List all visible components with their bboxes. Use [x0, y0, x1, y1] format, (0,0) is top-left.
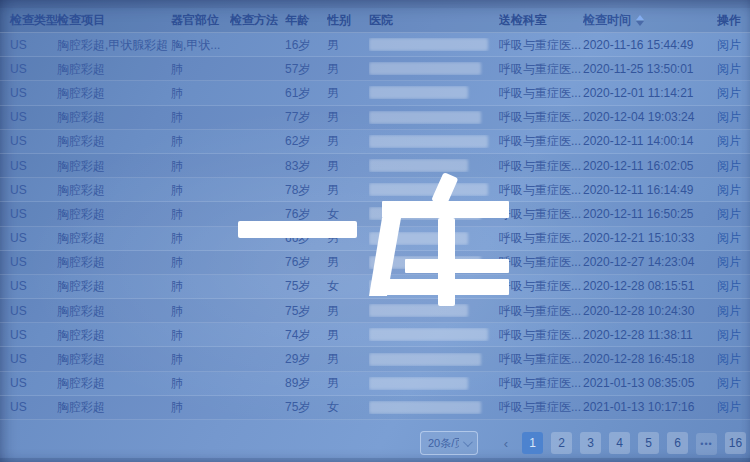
cell-gender: 男: [327, 154, 369, 178]
table-row: US胸腔彩超肺66岁男呼吸与重症医...2020-12-21 15:10:33阅…: [0, 227, 750, 251]
cell-action: 阅片: [717, 81, 750, 105]
table-row: US胸腔彩超肺75岁女呼吸与重症医...2020-12-28 08:15:51阅…: [0, 275, 750, 299]
view-images-link[interactable]: 阅片: [717, 38, 741, 52]
cell-item: 胸腔彩超: [57, 323, 171, 347]
cell-gender: 男: [327, 81, 369, 105]
header-cell-gender: 性别: [327, 12, 369, 29]
page-button-16[interactable]: 16: [725, 432, 746, 454]
cell-type: US: [0, 347, 57, 371]
cell-age: 89岁: [285, 371, 327, 395]
cell-item: 胸腔彩超,甲状腺彩超: [57, 33, 171, 57]
header-cell-method: 检查方法: [230, 12, 285, 29]
view-images-link[interactable]: 阅片: [717, 183, 741, 197]
header-label: 器官部位: [171, 12, 219, 29]
redacted-hospital: [369, 111, 481, 124]
view-images-link[interactable]: 阅片: [717, 207, 741, 221]
cell-dept: 呼吸与重症医...: [499, 202, 583, 226]
page-button-2[interactable]: 2: [551, 432, 572, 454]
cell-time: 2020-12-11 16:50:25: [583, 202, 717, 226]
cell-time: 2020-12-04 19:03:24: [583, 105, 717, 129]
cell-type: US: [0, 81, 57, 105]
view-images-link[interactable]: 阅片: [717, 62, 741, 76]
cell-hospital: [369, 86, 499, 99]
bottom-edge-strip: [0, 458, 750, 462]
cell-action: 阅片: [717, 154, 750, 178]
page-button-5[interactable]: 5: [638, 432, 659, 454]
header-label: 检查项目: [57, 12, 105, 29]
redacted-hospital: [369, 38, 488, 51]
view-images-link[interactable]: 阅片: [717, 352, 741, 366]
cell-action: 阅片: [717, 299, 750, 323]
cell-age: 78岁: [285, 178, 327, 202]
cell-age: 66岁: [285, 226, 327, 250]
cell-hospital: [369, 183, 499, 196]
cell-time: 2020-12-21 15:10:33: [583, 226, 717, 250]
cell-hospital: [369, 207, 499, 220]
cell-action: 阅片: [717, 250, 750, 274]
view-images-link[interactable]: 阅片: [717, 255, 741, 269]
cell-organ: 肺: [171, 129, 230, 153]
header-cell-time[interactable]: 检查时间: [583, 11, 717, 30]
view-images-link[interactable]: 阅片: [717, 110, 741, 124]
cell-type: US: [0, 371, 57, 395]
table-header-row: 检查类型检查项目器官部位检查方法年龄性别医院送检科室检查时间操作: [0, 8, 750, 33]
view-images-link[interactable]: 阅片: [717, 400, 741, 414]
cell-organ: 肺: [171, 347, 230, 371]
table-row: US胸腔彩超肺76岁男呼吸与重症医...2020-12-27 14:23:04阅…: [0, 251, 750, 275]
page-button-6[interactable]: 6: [667, 432, 688, 454]
cell-item: 胸腔彩超: [57, 274, 171, 298]
view-images-link[interactable]: 阅片: [717, 134, 741, 148]
cell-dept: 呼吸与重症医...: [499, 178, 583, 202]
header-cell-organ: 器官部位: [171, 12, 230, 29]
cell-action: 阅片: [717, 226, 750, 250]
cell-type: US: [0, 226, 57, 250]
view-images-link[interactable]: 阅片: [717, 159, 741, 173]
cell-age: 76岁: [285, 250, 327, 274]
more-pages-button[interactable]: •••: [696, 433, 717, 455]
table-row: US胸腔彩超肺61岁男呼吸与重症医...2020-12-01 11:14:21阅…: [0, 81, 750, 105]
cell-hospital: [369, 135, 499, 148]
table-row: US胸腔彩超肺77岁男呼吸与重症医...2020-12-04 19:03:24阅…: [0, 106, 750, 130]
cell-organ: 肺: [171, 154, 230, 178]
view-images-link[interactable]: 阅片: [717, 304, 741, 318]
cell-organ: 肺: [171, 323, 230, 347]
cell-organ: 肺: [171, 202, 230, 226]
view-images-link[interactable]: 阅片: [717, 279, 741, 293]
page-size-select[interactable]: 20条/页: [420, 431, 478, 455]
cell-time: 2020-11-16 15:44:49: [583, 33, 717, 57]
table-row: US胸腔彩超肺62岁男呼吸与重症医...2020-12-11 14:00:14阅…: [0, 130, 750, 154]
view-images-link[interactable]: 阅片: [717, 328, 741, 342]
header-label: 检查类型: [10, 12, 57, 29]
page-button-1[interactable]: 1: [522, 432, 543, 454]
table-body: US胸腔彩超,甲状腺彩超胸,甲状...16岁男呼吸与重症医...2020-11-…: [0, 33, 750, 420]
cell-dept: 呼吸与重症医...: [499, 33, 583, 57]
cell-hospital: [369, 38, 499, 51]
view-images-link[interactable]: 阅片: [717, 376, 741, 390]
view-images-link[interactable]: 阅片: [717, 86, 741, 100]
view-images-link[interactable]: 阅片: [717, 231, 741, 245]
cell-dept: 呼吸与重症医...: [499, 226, 583, 250]
page-button-4[interactable]: 4: [609, 432, 630, 454]
prev-page-button[interactable]: ‹: [498, 432, 514, 454]
cell-time: 2020-12-28 10:24:30: [583, 299, 717, 323]
sort-caret-icon[interactable]: [636, 11, 644, 30]
cell-organ: 肺: [171, 395, 230, 419]
cell-item: 胸腔彩超: [57, 202, 171, 226]
cell-organ: 肺: [171, 57, 230, 81]
cell-hospital: [369, 111, 499, 124]
header-label: 送检科室: [499, 12, 547, 29]
cell-dept: 呼吸与重症医...: [499, 274, 583, 298]
cell-type: US: [0, 395, 57, 419]
header-label: 检查时间: [583, 12, 631, 29]
cell-dept: 呼吸与重症医...: [499, 250, 583, 274]
redacted-hospital: [369, 280, 488, 293]
cell-age: 29岁: [285, 347, 327, 371]
cell-organ: 肺: [171, 226, 230, 250]
cell-age: 77岁: [285, 105, 327, 129]
cell-age: 83岁: [285, 154, 327, 178]
cell-dept: 呼吸与重症医...: [499, 323, 583, 347]
page-buttons: 123456•••16: [518, 432, 750, 455]
page-button-3[interactable]: 3: [580, 432, 601, 454]
page-size-label: 20条/页: [428, 436, 459, 451]
cell-dept: 呼吸与重症医...: [499, 154, 583, 178]
